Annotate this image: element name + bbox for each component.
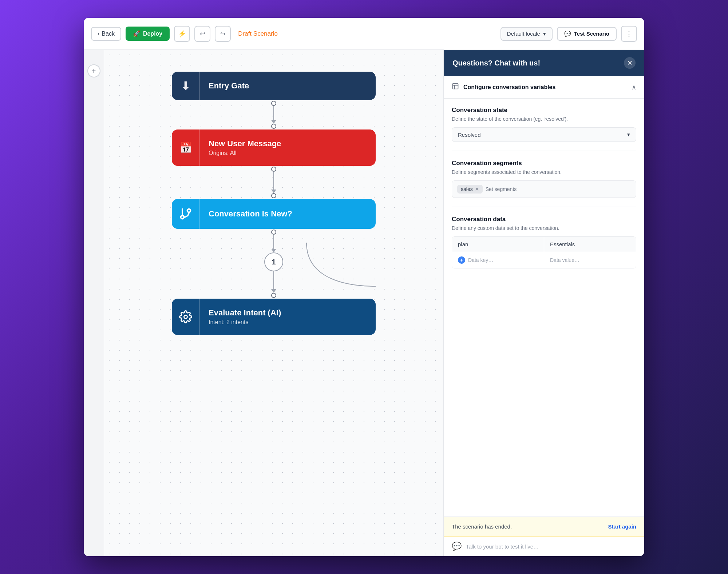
test-label: Test Scenario	[574, 31, 609, 37]
scenario-ended-bar: The scenario has ended. Start again	[444, 517, 644, 537]
arrow-3	[271, 249, 276, 252]
conversation-state-label: Conversation state	[452, 107, 636, 114]
line-3	[273, 235, 274, 249]
main-content: + ⬇ Entry Gate	[84, 50, 644, 556]
more-icon: ⋮	[625, 29, 633, 38]
number-badge-section: 1	[172, 252, 376, 271]
config-section-title: Configure conversation variables	[463, 84, 555, 91]
arrow-4	[271, 289, 276, 293]
undo-icon: ↩	[200, 30, 205, 38]
segment-tag-text: sales	[461, 186, 473, 192]
back-button[interactable]: ‹ Back	[91, 27, 121, 41]
dot-4	[271, 193, 276, 198]
add-node-button[interactable]: +	[87, 64, 100, 77]
scenario-ended-text: The scenario has ended.	[452, 523, 512, 530]
data-key-value: plan	[458, 241, 468, 247]
gear-icon	[179, 310, 192, 323]
trigger-content: New User Message Origins: All	[200, 132, 376, 163]
deploy-button[interactable]: 🚀 Deploy	[126, 27, 170, 41]
add-data-key-cell[interactable]: + Data key…	[452, 252, 544, 268]
flow-nodes: ⬇ Entry Gate	[172, 72, 376, 335]
conversation-data-field: Conversation data Define any custom data…	[452, 216, 636, 268]
evaluate-node[interactable]: Evaluate Intent (AI) Intent: 2 intents	[172, 299, 376, 335]
conversation-data-desc: Define any custom data set to the conver…	[452, 224, 636, 232]
state-chevron-down-icon: ▾	[627, 131, 630, 138]
line-4	[273, 271, 274, 290]
dot-5	[271, 230, 276, 235]
conn-trigger-condition	[172, 166, 376, 199]
entry-gate-title: Entry Gate	[209, 81, 367, 91]
conversation-data-label: Conversation data	[452, 216, 636, 223]
undo-button[interactable]: ↩	[194, 26, 210, 42]
data-value-value: Essentials	[550, 241, 575, 247]
data-value-cell: Essentials	[544, 237, 636, 252]
trigger-icon-area: 📅	[172, 135, 199, 160]
table-row: plan Essentials	[452, 237, 636, 252]
trigger-node-wrapper: 📅 New User Message Origins: All	[172, 129, 376, 166]
dot-1	[271, 101, 276, 106]
add-data-value-cell[interactable]: Data value…	[544, 252, 636, 268]
config-chevron-up-icon: ∧	[632, 83, 636, 91]
conversation-state-select[interactable]: Resolved ▾	[452, 127, 636, 142]
condition-node[interactable]: Conversation Is New?	[172, 199, 376, 229]
condition-node-wrapper: Conversation Is New?	[172, 199, 376, 229]
dot-3	[271, 167, 276, 172]
field-divider-1	[452, 151, 636, 151]
svg-point-3	[184, 315, 187, 319]
flow-canvas[interactable]: ⬇ Entry Gate	[104, 50, 443, 556]
trigger-node[interactable]: 📅 New User Message Origins: All	[172, 129, 376, 166]
segment-tag-sales: sales ✕	[457, 185, 483, 194]
entry-gate-content: Entry Gate	[200, 75, 376, 97]
config-variables-icon	[452, 83, 459, 92]
line-2	[273, 172, 274, 190]
number-badge-label: 1	[272, 258, 276, 266]
entry-gate-node[interactable]: ⬇ Entry Gate	[172, 72, 376, 100]
field-divider-2	[452, 207, 636, 207]
condition-title: Conversation Is New?	[209, 209, 367, 219]
arrow-1	[271, 120, 276, 124]
draft-label: Draft Scenario	[238, 30, 278, 37]
start-again-button[interactable]: Start again	[608, 523, 636, 530]
plus-icon: +	[92, 67, 96, 75]
config-header[interactable]: Configure conversation variables ∧	[444, 76, 644, 99]
entry-gate-icon-area: ⬇	[172, 73, 199, 99]
locale-select[interactable]: Default locale ▾	[500, 27, 553, 41]
panel-body: Configure conversation variables ∧ Conve…	[444, 76, 644, 517]
trigger-title: New User Message	[209, 139, 367, 148]
conn-entry-trigger	[172, 100, 376, 129]
config-body: Conversation state Define the state of t…	[444, 99, 644, 276]
conversation-segments-field: Conversation segments Define segments as…	[452, 160, 636, 198]
evaluate-icon-area	[172, 304, 199, 330]
conversation-data-table: plan Essentials + Data key…	[452, 236, 636, 268]
add-data-row[interactable]: + Data key… Data value…	[452, 252, 636, 268]
conn-badge-evaluate	[172, 271, 376, 299]
segments-input[interactable]: sales ✕ Set segments	[452, 180, 636, 198]
dot-6	[271, 293, 276, 298]
add-value-placeholder: Data value…	[550, 257, 579, 263]
condition-content: Conversation Is New?	[200, 203, 376, 225]
panel-close-button[interactable]: ✕	[624, 57, 636, 69]
add-circle-icon: +	[458, 256, 465, 264]
chat-bubble-icon: 💬	[452, 542, 462, 551]
deploy-icon: 🚀	[133, 30, 140, 37]
condition-icon-area	[172, 201, 199, 227]
branch-icon	[179, 207, 192, 220]
conversation-state-value: Resolved	[458, 132, 481, 138]
trigger-subtitle: Origins: All	[209, 150, 367, 156]
segment-tag-remove[interactable]: ✕	[475, 187, 479, 192]
set-segments-link[interactable]: Set segments	[486, 186, 517, 192]
chat-input-bar[interactable]: 💬 Talk to your bot to test it live…	[444, 537, 644, 556]
deploy-label: Deploy	[143, 31, 162, 37]
conversation-state-field: Conversation state Define the state of t…	[452, 107, 636, 142]
chevron-down-icon: ▾	[543, 31, 546, 37]
evaluate-subtitle: Intent: 2 intents	[209, 319, 367, 326]
test-scenario-button[interactable]: 💬 Test Scenario	[557, 27, 617, 41]
more-options-button[interactable]: ⋮	[621, 26, 637, 42]
lightning-button[interactable]: ⚡	[174, 26, 190, 42]
entry-gate-wrapper: ⬇ Entry Gate	[172, 72, 376, 100]
config-header-left: Configure conversation variables	[452, 83, 555, 92]
evaluate-title: Evaluate Intent (AI)	[209, 308, 367, 318]
locale-label: Default locale	[507, 31, 540, 37]
redo-button[interactable]: ↪	[215, 26, 231, 42]
conn-condition-badge	[172, 229, 376, 252]
